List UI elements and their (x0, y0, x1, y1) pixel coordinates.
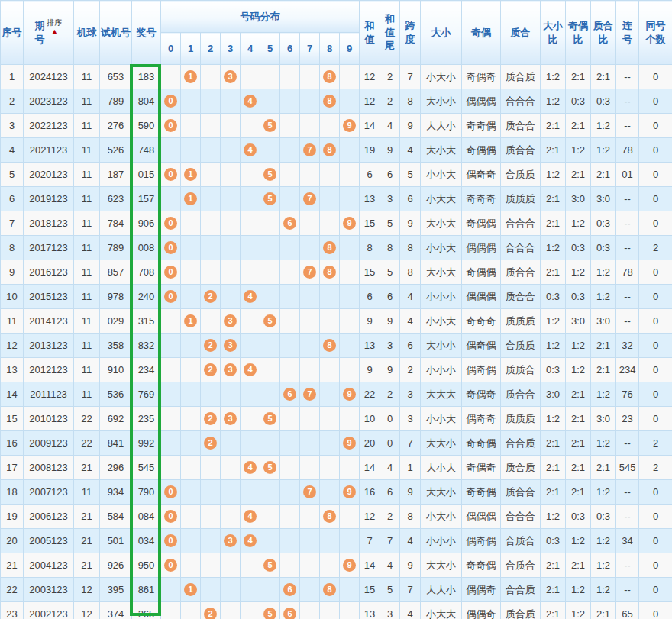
period-cell: 2012123 (24, 358, 74, 382)
parity-ratio-cell: 1:2 (566, 529, 591, 553)
distribution-cell (241, 260, 260, 285)
sum-tail-cell: 2 (380, 382, 400, 407)
same-count-cell: 0 (639, 260, 672, 285)
distribution-cell: 9 (340, 480, 360, 505)
table-row: 192006123215840840481228小大小偶偶偶合合合1:20:30… (1, 505, 672, 529)
seq-cell: 5 (1, 163, 24, 187)
distribution-cell: 5 (260, 602, 280, 619)
machine-ball-cell: 11 (74, 65, 100, 89)
parity-ratio-cell: 1:2 (566, 602, 591, 619)
parity-ratio-cell: 1:2 (566, 578, 591, 602)
sum-cell: 15 (360, 578, 380, 602)
distribution-cell (300, 553, 320, 578)
size-pattern-cell: 小大小 (421, 505, 462, 529)
seq-cell: 17 (1, 456, 24, 480)
prime-pattern-cell: 质合质 (501, 456, 541, 480)
sum-tail-cell: 9 (380, 309, 400, 334)
parity-ratio-cell: 0:3 (566, 236, 591, 260)
sum-cell: 9 (360, 309, 380, 334)
col-header-period-sort[interactable]: 期号 排序 ▲ (24, 1, 74, 65)
consecutive-cell: -- (616, 114, 639, 138)
distribution-cell (241, 187, 260, 211)
distribution-cell (201, 65, 221, 89)
number-ball: 0 (164, 559, 177, 572)
distribution-cell: 5 (260, 456, 280, 480)
distribution-cell: 6 (280, 578, 300, 602)
sum-tail-cell: 3 (380, 187, 400, 211)
col-header-digit-4: 4 (241, 33, 260, 65)
seq-cell: 14 (1, 382, 24, 407)
distribution-cell (241, 309, 260, 334)
period-cell: 2011123 (24, 382, 74, 407)
distribution-cell (300, 89, 320, 114)
size-pattern-cell: 小大大 (421, 187, 462, 211)
distribution-cell (260, 431, 280, 456)
sort-control[interactable]: 排序 ▲ (47, 18, 63, 36)
size-pattern-cell: 小小大 (421, 309, 462, 334)
test-number-cell: 692 (100, 407, 132, 431)
size-ratio-cell: 2:1 (541, 138, 566, 163)
distribution-cell (181, 553, 201, 578)
parity-pattern-cell: 奇奇偶 (462, 431, 501, 456)
distribution-cell (280, 456, 300, 480)
col-header-number-distribution: 号码分布 (161, 1, 360, 33)
same-count-cell: 0 (639, 602, 672, 619)
distribution-cell (320, 602, 340, 619)
distribution-cell: 5 (260, 407, 280, 431)
seq-cell: 7 (1, 211, 24, 236)
span-cell: 4 (400, 309, 421, 334)
machine-ball-cell: 21 (74, 529, 100, 553)
consecutive-cell: 78 (616, 260, 639, 285)
distribution-cell (221, 553, 241, 578)
size-pattern-cell: 小小小 (421, 285, 462, 309)
distribution-cell (340, 505, 360, 529)
distribution-cell (181, 602, 201, 619)
distribution-cell (161, 382, 181, 407)
col-header-prime-ratio: 质合比 (591, 1, 616, 65)
col-header-label: 奇偶比 (568, 19, 588, 46)
distribution-cell: 4 (241, 285, 260, 309)
number-ball: 5 (263, 168, 276, 181)
parity-ratio-cell: 2:1 (566, 163, 591, 187)
seq-cell: 8 (1, 236, 24, 260)
span-cell: 9 (400, 114, 421, 138)
test-number-cell: 978 (100, 285, 132, 309)
distribution-cell (201, 309, 221, 334)
distribution-cell (181, 114, 201, 138)
distribution-cell (320, 431, 340, 456)
number-ball: 3 (224, 314, 237, 327)
prime-ratio-cell: 1:2 (591, 480, 616, 505)
number-ball: 6 (283, 608, 296, 619)
consecutive-cell: 01 (616, 163, 639, 187)
col-header-digit-2: 2 (201, 33, 221, 65)
distribution-cell (201, 138, 221, 163)
test-number-cell: 358 (100, 334, 132, 358)
distribution-cell (221, 236, 241, 260)
distribution-cell (280, 236, 300, 260)
sum-cell: 14 (360, 553, 380, 578)
number-ball: 0 (164, 510, 177, 523)
prime-pattern-cell: 质合质 (501, 602, 541, 619)
distribution-cell (300, 163, 320, 187)
consecutive-cell: 32 (616, 334, 639, 358)
parity-pattern-cell: 奇偶奇 (462, 456, 501, 480)
trend-table: 序号 期号 排序 ▲ 机球 试机号 奖号 号码分布 和值 和值尾 跨度 (0, 0, 672, 619)
parity-ratio-cell: 0:3 (566, 285, 591, 309)
prime-ratio-cell: 1:2 (591, 431, 616, 456)
distribution-cell (280, 285, 300, 309)
sum-tail-cell: 9 (380, 358, 400, 382)
table-row: 10201512311978240024664小小小偶偶偶质合合0:30:31:… (1, 285, 672, 309)
number-ball: 2 (204, 608, 217, 619)
number-ball: 1 (184, 192, 197, 205)
distribution-cell (340, 309, 360, 334)
distribution-cell (280, 431, 300, 456)
period-cell: 2023123 (24, 89, 74, 114)
distribution-cell (161, 456, 181, 480)
col-header-label: 大小比 (543, 19, 563, 46)
sum-tail-cell: 4 (380, 114, 400, 138)
distribution-cell: 0 (161, 553, 181, 578)
distribution-cell (221, 89, 241, 114)
size-pattern-cell: 小小大 (421, 163, 462, 187)
prize-number-cell: 234 (132, 358, 161, 382)
consecutive-cell: -- (616, 187, 639, 211)
